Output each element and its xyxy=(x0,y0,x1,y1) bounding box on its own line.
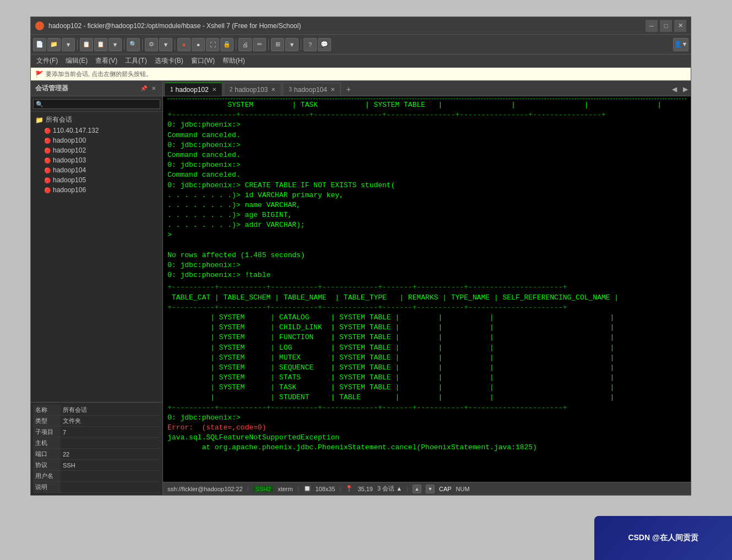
host-icon-4: 🔴 xyxy=(44,167,51,173)
settings-button[interactable]: ⚙ xyxy=(145,38,158,51)
grid-button[interactable]: ⊞ xyxy=(271,38,284,51)
folder-icon: 📁 xyxy=(35,116,44,124)
sidebar-close-button[interactable]: ✕ xyxy=(149,84,158,93)
status-sep4: | xyxy=(406,486,408,492)
host-icon-3: 🔴 xyxy=(44,157,51,164)
sep3 xyxy=(142,39,143,50)
tab-2[interactable]: 3 hadoop104 ✕ xyxy=(283,83,341,96)
tree-item-0[interactable]: 🔴 110.40.147.132 xyxy=(31,126,162,135)
sep6 xyxy=(268,39,269,50)
tree-item-1[interactable]: 🔴 hadoop100 xyxy=(31,135,162,145)
tab-0[interactable]: 1 hadoop102 ✕ xyxy=(164,83,223,96)
tab-close-1[interactable]: ✕ xyxy=(271,86,275,93)
minimize-button[interactable]: ─ xyxy=(646,20,658,32)
status-down-button[interactable]: ▼ xyxy=(426,485,435,493)
tab-1[interactable]: 2 hadoop103 ✕ xyxy=(224,83,282,96)
table-row-6: | SYSTEM | STATS | SYSTEM TABLE | | | | xyxy=(167,373,686,383)
color2-button[interactable]: ● xyxy=(192,38,205,51)
tab-next-button[interactable]: ▶ xyxy=(680,83,691,96)
open-button[interactable]: 📁 xyxy=(47,38,61,51)
print-button[interactable]: 🖨 xyxy=(238,38,252,51)
tab-label-0: hadoop102 xyxy=(176,86,209,94)
menu-file[interactable]: 文件(F) xyxy=(33,55,61,67)
tab-prev-button[interactable]: ◀ xyxy=(669,83,680,96)
maximize-button[interactable]: □ xyxy=(660,20,672,32)
host-icon-1: 🔴 xyxy=(44,138,51,144)
terminal-line-2: 0: jdbc:phoenix:> xyxy=(167,140,686,150)
terminal-line-4: 0: jdbc:phoenix:> xyxy=(167,160,686,170)
copy-button[interactable]: 📋 xyxy=(80,38,93,51)
tab-close-2[interactable]: ✕ xyxy=(330,86,335,93)
fullscreen-button[interactable]: ⛶ xyxy=(206,38,219,51)
host-icon-5: 🔴 xyxy=(44,177,51,183)
tree-item-3[interactable]: 🔴 hadoop103 xyxy=(31,155,162,165)
info-row-user: 用户名 xyxy=(33,471,160,482)
terminal-after-0: 0: jdbc:phoenix:> xyxy=(167,413,686,423)
table-header: TABLE_CAT | TABLE_SCHEM | TABLE_NAME | T… xyxy=(167,293,686,303)
info-port-value: 22 xyxy=(61,450,160,459)
terminal-line-10: . . . . . . . .)> addr VARCHAR); xyxy=(167,220,686,230)
tab-label-2: hadoop104 xyxy=(294,86,327,94)
color-button[interactable]: ● xyxy=(177,38,191,51)
info-row-sub: 子项目 7 xyxy=(33,427,160,438)
chat-button[interactable]: 💬 xyxy=(318,38,331,51)
terminal-line-0: 0: jdbc:phoenix:> xyxy=(167,120,686,130)
info-desc-label: 说明 xyxy=(33,482,61,492)
close-button[interactable]: ✕ xyxy=(674,20,686,32)
menu-tab[interactable]: 选项卡(B) xyxy=(151,55,187,67)
window-controls: ─ □ ✕ xyxy=(646,20,686,32)
host-icon-0: 🔴 xyxy=(44,128,51,134)
window-title: hadoop102 - fickler@hadoop102:/opt/modul… xyxy=(48,22,646,30)
menu-edit[interactable]: 编辑(E) xyxy=(62,55,91,67)
tree-item-4[interactable]: 🔴 hadoop104 xyxy=(31,165,162,175)
app-icon xyxy=(35,21,44,30)
terminal-line-6: 0: jdbc:phoenix:> CREATE TABLE IF NOT EX… xyxy=(167,181,686,191)
info-row-desc: 说明 xyxy=(33,482,160,493)
menu-view[interactable]: 查看(V) xyxy=(92,55,121,67)
terminal-line-3: Command canceled. xyxy=(167,150,686,160)
lock-button[interactable]: 🔒 xyxy=(220,38,234,51)
info-proto-value: SSH xyxy=(61,461,160,470)
search-button[interactable]: 🔍 xyxy=(127,38,140,51)
info-desc-value xyxy=(61,486,160,488)
terminal[interactable]: SYSTEM | TASK | SYSTEM TABLE | | | | +--… xyxy=(163,96,691,482)
table-row-3: | SYSTEM | LOG | SYSTEM TABLE | | | | xyxy=(167,343,686,353)
menu-window[interactable]: 窗口(W) xyxy=(188,55,218,67)
info-icon: 🚩 xyxy=(35,70,44,78)
sep1 xyxy=(77,39,78,50)
status-cap: CAP xyxy=(439,486,452,492)
tab-close-0[interactable]: ✕ xyxy=(212,86,216,93)
sidebar-pin-button[interactable]: 📌 xyxy=(139,84,148,93)
sep4 xyxy=(175,39,175,50)
info-sub-label: 子项目 xyxy=(33,427,61,437)
menu-tools[interactable]: 工具(T) xyxy=(122,55,150,67)
tree-item-5[interactable]: 🔴 hadoop105 xyxy=(31,175,162,185)
sidebar-search-input[interactable] xyxy=(33,99,160,109)
sep2-btn[interactable]: ▼ xyxy=(109,38,122,51)
paste-button[interactable]: 📋 xyxy=(94,38,107,51)
status-path: ssh://fickler@hadoop102:22 xyxy=(167,486,243,492)
result-table: +----------+-----------+-----------+----… xyxy=(167,282,686,412)
new-session-button[interactable]: 📄 xyxy=(33,38,46,51)
tree-root-folder[interactable]: 📁 所有会话 xyxy=(31,114,162,126)
tree-item-2[interactable]: 🔴 hadoop102 xyxy=(31,145,162,155)
terminal-header-row: SYSTEM | TASK | SYSTEM TABLE | | | | xyxy=(167,99,686,110)
info-name-value: 所有会话 xyxy=(61,405,160,415)
tab-add-button[interactable]: + xyxy=(342,83,355,96)
tab-nav: ◀ ▶ xyxy=(669,83,691,96)
menubar: 文件(F) 编辑(E) 查看(V) 工具(T) 选项卡(B) 窗口(W) 帮助(… xyxy=(31,55,691,68)
tree-item-label-2: hadoop102 xyxy=(53,146,86,154)
status-up-button[interactable]: ▲ xyxy=(413,485,421,493)
grid2-button[interactable]: ▼ xyxy=(285,38,299,51)
tree-item-6[interactable]: 🔴 hadoop106 xyxy=(31,185,162,195)
open2-button[interactable]: ▼ xyxy=(62,38,75,51)
settings2-button[interactable]: ▼ xyxy=(159,38,172,51)
info-host-value xyxy=(61,442,160,444)
help-button[interactable]: ? xyxy=(303,38,317,51)
menu-help[interactable]: 帮助(H) xyxy=(219,55,248,67)
main-window: hadoop102 - fickler@hadoop102:/opt/modul… xyxy=(30,17,691,496)
csdn-badge-area: CSDN @在人间贡贡 xyxy=(594,516,732,560)
edit-button[interactable]: ✏ xyxy=(253,38,266,51)
info-row-name: 名称 所有会话 xyxy=(33,405,160,416)
profile-button[interactable]: 👤▼ xyxy=(673,38,688,51)
